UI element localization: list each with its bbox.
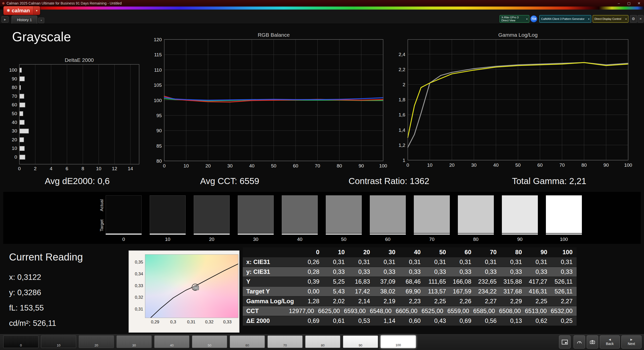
avg-cct-stat: Avg CCT: 6559 [200, 176, 259, 186]
minimize-button[interactable]: – [614, 0, 624, 7]
pattern-window-button[interactable] [559, 335, 571, 348]
calman-logo-label: calman [12, 8, 30, 14]
next-button[interactable]: ▶ Next [621, 335, 641, 348]
pattern-source-button[interactable]: CalMAN Client 3 Pattern Generator ▾ [539, 15, 591, 23]
svg-text:6: 6 [66, 166, 68, 171]
svg-text:RGB Balance: RGB Balance [258, 33, 290, 38]
rgb-balance-chart: 8085909510010511011512001020304050607080… [151, 33, 387, 170]
title-bar: ✻ Calman 2025 Calman Ultimate for Busine… [0, 0, 644, 7]
pattern-tile-60[interactable]: 60 [230, 335, 265, 348]
display-control-label: Direct Display Control [594, 17, 621, 20]
svg-text:0: 0 [163, 163, 166, 168]
svg-text:70: 70 [315, 163, 320, 168]
tab-dropdown-button[interactable]: ▾ [38, 18, 44, 23]
swatch-level-label: 70 [414, 237, 450, 242]
pattern-tile-label: 40 [154, 343, 189, 347]
next-button-label: Next [628, 342, 635, 346]
table-row: Gamma Log/Log1,282,022,142,192,232,252,2… [243, 296, 577, 306]
pattern-tile-label: 60 [230, 343, 265, 347]
cie-chromaticity-panel: 0,350,340,330,320,310,290,30,310,320,33 [129, 250, 239, 333]
svg-text:100: 100 [624, 162, 632, 168]
svg-text:2: 2 [403, 82, 405, 87]
calman-flower-icon: ✻ [2, 2, 5, 5]
swatch-level-label: 90 [502, 237, 538, 242]
svg-text:50: 50 [515, 162, 520, 168]
reading-fl: fL: 153,55 [9, 300, 56, 316]
calman-menu-chevron-icon[interactable]: ▾ [33, 6, 40, 15]
meter-count-badge[interactable]: 719 [530, 15, 537, 22]
svg-text:70: 70 [12, 94, 17, 99]
camera-icon [590, 340, 595, 344]
svg-text:40: 40 [12, 120, 17, 125]
calman-menu-button[interactable]: ✻ calman ▾ [3, 6, 40, 15]
svg-text:1,4: 1,4 [399, 127, 406, 133]
pattern-tile-50[interactable]: 50 [192, 335, 227, 348]
svg-text:2,2: 2,2 [399, 67, 405, 72]
pattern-tile-0[interactable]: 0 [3, 335, 38, 348]
pattern-tile-30[interactable]: 30 [116, 335, 152, 348]
workflow-play-button[interactable]: ▶ [2, 16, 9, 23]
close-button[interactable]: ✕ [634, 0, 644, 7]
reading-cdm2: cd/m²: 526,11 [9, 316, 56, 331]
avg-de2000-stat: Avg dE2000: 0,6 [45, 176, 110, 186]
pattern-tile-10[interactable]: 10 [41, 335, 76, 348]
tab-history-1[interactable]: History 1 [12, 15, 37, 24]
session-close-button[interactable]: ✕ [638, 15, 643, 23]
svg-text:4: 4 [50, 166, 53, 171]
current-reading-title: Current Reading [9, 251, 83, 263]
svg-text:20: 20 [449, 162, 455, 168]
swatch-level-label: 60 [370, 237, 406, 242]
grayscale-swatch: 60 [370, 195, 406, 242]
table-row: ΔE 20000,690,610,531,140,600,430,690,560… [243, 316, 577, 326]
app-window: ✻ Calman 2025 Calman Ultimate for Busine… [0, 0, 644, 350]
pattern-tiles: 0102030405060708090100 [3, 335, 416, 348]
table-row: x: CIE310,260,310,310,310,310,310,310,31… [243, 257, 577, 267]
pattern-tile-20[interactable]: 20 [79, 335, 114, 348]
pattern-tile-label: 50 [192, 343, 227, 347]
settings-button[interactable]: ⚙ [630, 15, 637, 23]
svg-text:100: 100 [154, 98, 162, 103]
svg-text:14: 14 [128, 166, 133, 171]
next-arrow-icon: ▶ [630, 338, 632, 341]
svg-text:0,29: 0,29 [151, 320, 159, 324]
actual-row-label: Actual [99, 195, 104, 215]
svg-text:Gamma Log/Log: Gamma Log/Log [498, 33, 538, 38]
calman-logo-icon: ✻ [7, 8, 10, 13]
back-button[interactable]: ◀ Back [600, 335, 620, 348]
svg-text:0,32: 0,32 [205, 320, 214, 324]
pattern-tile-70[interactable]: 70 [267, 335, 303, 348]
svg-text:100: 100 [379, 163, 387, 168]
maximize-button[interactable]: ▢ [624, 0, 634, 7]
svg-text:20: 20 [12, 137, 17, 142]
svg-text:0,33: 0,33 [223, 320, 231, 324]
meter-read-button[interactable] [574, 335, 585, 348]
bottom-controls: ◀ Back ▶ Next [559, 335, 641, 348]
capture-button[interactable] [587, 335, 598, 348]
pattern-tile-100[interactable]: 100 [381, 335, 416, 348]
grayscale-swatch: 80 [458, 195, 494, 242]
page-title: Grayscale [12, 29, 71, 44]
svg-text:1,2: 1,2 [399, 143, 405, 148]
svg-text:0,31: 0,31 [187, 320, 195, 324]
svg-text:70: 70 [559, 162, 565, 168]
grayscale-swatch-panel: Actual Target 0102030405060708090100 [3, 192, 641, 244]
grayscale-swatch: 20 [194, 195, 230, 242]
pattern-tile-40[interactable]: 40 [154, 335, 189, 348]
svg-text:60: 60 [293, 163, 298, 168]
meter-select-button[interactable]: X-Rite i1Pro 3 Direct View ▾ [500, 15, 529, 23]
table-row: y: CIE310,280,330,330,330,330,330,330,33… [243, 267, 577, 277]
svg-text:1: 1 [403, 158, 405, 163]
svg-text:90: 90 [603, 162, 609, 168]
table-row: Target Y0,005,4317,4238,0269,90113,57167… [243, 287, 577, 296]
meter-mode: Direct View [501, 19, 518, 22]
display-control-button[interactable]: Direct Display Control ▾ [593, 15, 628, 23]
swatch-level-label: 10 [150, 237, 186, 242]
chevron-down-icon: ▾ [625, 18, 627, 20]
swatch-level-label: 0 [106, 237, 142, 242]
pattern-tile-80[interactable]: 80 [305, 335, 340, 348]
svg-text:DeltaE 2000: DeltaE 2000 [65, 58, 94, 63]
close-icon: ✕ [639, 17, 642, 21]
pattern-tile-90[interactable]: 90 [343, 335, 378, 348]
pattern-tile-label: 80 [305, 343, 340, 347]
pattern-tile-label: 90 [343, 343, 378, 347]
